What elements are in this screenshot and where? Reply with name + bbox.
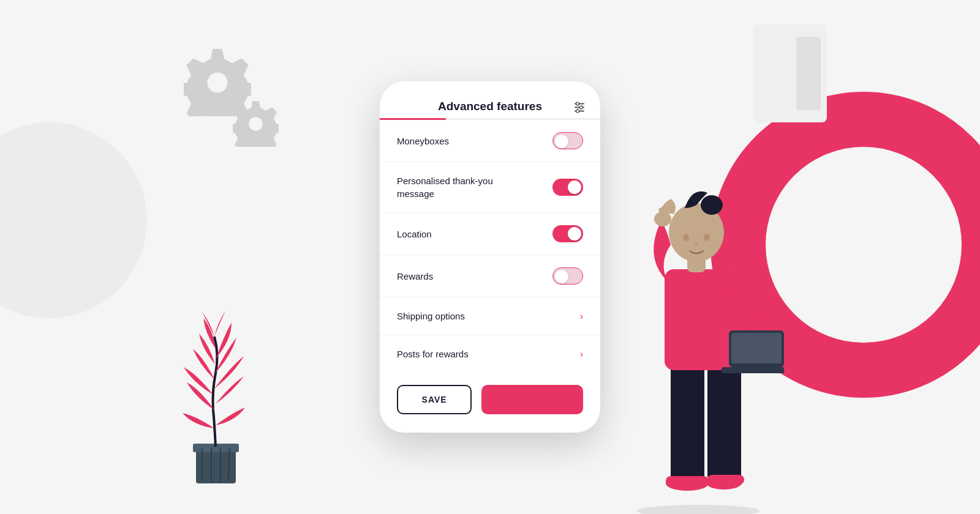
setting-posts-for-rewards[interactable]: Posts for rewards › <box>380 335 600 373</box>
toggle-personalised-thank-you[interactable] <box>552 179 583 196</box>
setting-label-posts-for-rewards: Posts for rewards <box>397 348 469 360</box>
svg-point-27 <box>704 234 710 241</box>
toggle-moneyboxes[interactable] <box>552 132 583 149</box>
svg-rect-19 <box>665 269 738 370</box>
svg-point-10 <box>580 106 583 109</box>
svg-point-11 <box>576 110 579 113</box>
bg-rect-right-inner <box>796 37 821 110</box>
setting-moneyboxes[interactable]: Moneyboxes <box>380 120 600 162</box>
svg-rect-14 <box>707 361 741 480</box>
setting-label-personalised-thank-you: Personalised thank-you message <box>397 174 519 200</box>
svg-point-9 <box>576 102 579 105</box>
phone-buttons: SAVE <box>380 373 600 414</box>
svg-rect-21 <box>731 333 782 363</box>
action-button[interactable] <box>481 385 583 414</box>
setting-label-rewards: Rewards <box>397 270 433 283</box>
setting-location[interactable]: Location <box>380 213 600 255</box>
plant-decoration <box>159 288 270 496</box>
phone-header: Advanced features <box>380 100 600 118</box>
phone-screen: Advanced features Moneyboxes <box>380 81 600 433</box>
toggle-location[interactable] <box>552 225 583 242</box>
save-button[interactable]: SAVE <box>397 385 472 414</box>
svg-rect-13 <box>671 361 704 483</box>
setting-shipping-options[interactable]: Shipping options › <box>380 297 600 335</box>
phone-mockup: Advanced features Moneyboxes <box>380 81 600 433</box>
svg-rect-16 <box>666 476 709 486</box>
svg-rect-22 <box>722 367 784 373</box>
toggle-rewards[interactable] <box>552 267 583 285</box>
setting-label-shipping-options: Shipping options <box>397 310 465 322</box>
svg-point-12 <box>637 505 760 514</box>
chevron-shipping-icon: › <box>580 311 583 322</box>
page-title: Advanced features <box>438 100 542 113</box>
svg-point-25 <box>701 195 723 215</box>
setting-label-location: Location <box>397 228 432 240</box>
chevron-posts-icon: › <box>580 349 583 360</box>
filter-icon[interactable] <box>573 102 586 116</box>
setting-label-moneyboxes: Moneyboxes <box>397 135 449 147</box>
bg-circle-left <box>0 122 147 318</box>
setting-personalised-thank-you[interactable]: Personalised thank-you message <box>380 162 600 213</box>
settings-list: Moneyboxes Personalised thank-you messag… <box>380 120 600 373</box>
svg-rect-18 <box>707 475 744 485</box>
svg-point-26 <box>683 234 689 241</box>
gear-small-icon <box>233 101 279 157</box>
setting-rewards[interactable]: Rewards <box>380 255 600 297</box>
person-illustration <box>612 86 784 514</box>
